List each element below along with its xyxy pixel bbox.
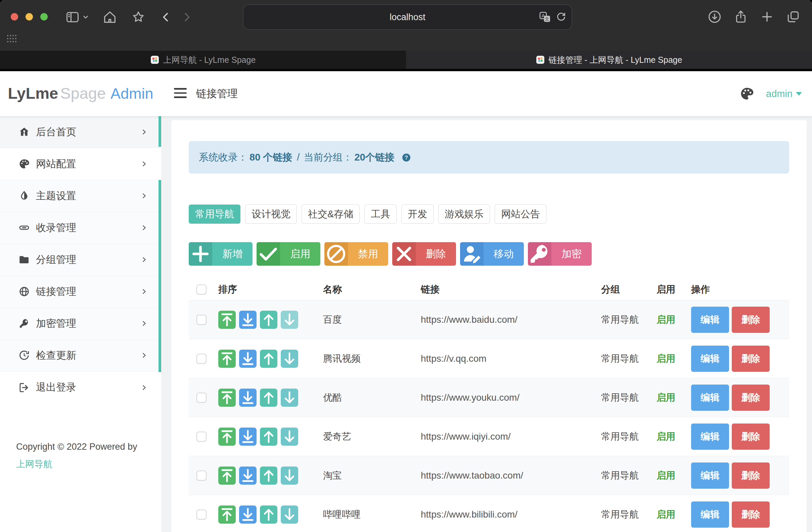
edit-button[interactable]: 编辑 — [691, 346, 729, 372]
row-checkbox[interactable] — [197, 509, 206, 520]
sort-down-icon[interactable] — [281, 311, 298, 329]
category-tab[interactable]: 社交&存储 — [302, 204, 360, 224]
sort-top-icon[interactable] — [218, 466, 236, 485]
sidebar-item[interactable]: 加密管理 — [0, 308, 161, 340]
sidebar-item[interactable]: 链接管理 — [0, 276, 161, 308]
bulk-action-button[interactable]: 加密 — [528, 242, 592, 266]
delete-button[interactable]: 删除 — [732, 346, 770, 372]
sidebar-toggle-icon[interactable] — [65, 10, 80, 25]
sort-top-icon[interactable] — [218, 505, 236, 523]
row-checkbox[interactable] — [197, 432, 206, 442]
reload-icon[interactable] — [555, 11, 567, 23]
sidebar-item[interactable]: 主题设置 — [0, 180, 161, 212]
delete-button[interactable]: 删除 — [732, 385, 770, 411]
delete-button[interactable]: 删除 — [732, 462, 770, 489]
minimize-button[interactable] — [26, 13, 33, 20]
plus-toolbar-icon[interactable] — [759, 10, 774, 24]
user-menu[interactable]: admin — [766, 71, 802, 116]
sidebar-item[interactable]: 退出登录 — [0, 372, 161, 403]
edit-button[interactable]: 编辑 — [691, 501, 729, 528]
sidebar-item[interactable]: 分组管理 — [0, 244, 161, 276]
row-checkbox[interactable] — [197, 354, 206, 364]
sort-top-icon[interactable] — [218, 311, 236, 329]
sidebar-item[interactable]: 收录管理 — [0, 212, 161, 244]
star-icon[interactable] — [131, 10, 146, 25]
delete-button[interactable]: 删除 — [732, 423, 770, 450]
menu-toggle-button[interactable] — [174, 88, 187, 98]
sort-down-icon[interactable] — [281, 466, 298, 485]
edit-button[interactable]: 编辑 — [691, 423, 729, 450]
sort-top-icon[interactable] — [218, 389, 236, 407]
category-tabs: 常用导航 设计视觉 社交&存储 工具 开发 游戏娱乐 网站公告 — [189, 204, 789, 224]
tabs-icon[interactable] — [786, 10, 801, 24]
bulk-action-button[interactable]: 启用 — [257, 242, 320, 266]
sort-up-icon[interactable] — [260, 428, 277, 446]
sort-up-icon[interactable] — [260, 505, 277, 523]
grid-dots-icon[interactable] — [6, 34, 17, 44]
share-icon[interactable] — [734, 10, 748, 24]
row-checkbox[interactable] — [197, 471, 206, 480]
tab-link-management[interactable]: 链接管理 - 上网导航 - LyLme Spage — [406, 51, 812, 69]
sort-bottom-icon[interactable] — [239, 505, 257, 523]
plus-icon — [189, 242, 212, 266]
help-icon[interactable]: ? — [401, 153, 411, 162]
delete-button[interactable]: 删除 — [732, 501, 770, 528]
tab-bar: 上网导航 - LyLme Spage 链接管理 - 上网导航 - LyLme S… — [0, 51, 812, 69]
chevron-down-icon[interactable] — [81, 13, 90, 21]
edit-button[interactable]: 编辑 — [691, 462, 729, 489]
sort-bottom-icon[interactable] — [239, 350, 257, 368]
bulk-action-button[interactable]: 新增 — [189, 242, 252, 266]
row-checkbox[interactable] — [197, 393, 206, 403]
update-icon — [18, 350, 30, 361]
category-tab[interactable]: 游戏娱乐 — [438, 204, 490, 224]
category-tab[interactable]: 常用导航 — [189, 204, 241, 224]
bulk-action-button[interactable]: 移动 — [460, 242, 524, 266]
table-row: 爱奇艺 https://www.iqiyi.com/ 常用导航 启用 编辑 删除 — [189, 417, 789, 456]
sort-top-icon[interactable] — [218, 350, 236, 368]
sort-bottom-icon[interactable] — [239, 428, 257, 446]
sort-controls — [218, 311, 319, 329]
category-tab[interactable]: 开发 — [401, 204, 434, 224]
sort-top-icon[interactable] — [218, 428, 236, 446]
link-url: https://www.taobao.com/ — [417, 470, 597, 481]
edit-button[interactable]: 编辑 — [691, 307, 729, 333]
select-all-checkbox[interactable] — [197, 285, 206, 294]
back-icon[interactable] — [159, 11, 173, 24]
sort-down-icon[interactable] — [281, 428, 298, 446]
sort-down-icon[interactable] — [281, 389, 298, 407]
sort-up-icon[interactable] — [260, 466, 277, 485]
sidebar-item[interactable]: 网站配置 — [0, 148, 161, 180]
close-button[interactable] — [11, 13, 18, 20]
zoom-button[interactable] — [40, 13, 48, 20]
sort-bottom-icon[interactable] — [239, 466, 257, 485]
download-icon[interactable] — [707, 10, 722, 24]
forward-icon[interactable] — [180, 11, 193, 24]
sort-bottom-icon[interactable] — [239, 311, 257, 329]
link-name: 爱奇艺 — [319, 430, 417, 443]
category-tab[interactable]: 工具 — [364, 204, 396, 224]
sort-up-icon[interactable] — [260, 350, 277, 368]
edit-button[interactable]: 编辑 — [691, 385, 729, 411]
home-outline-icon[interactable] — [102, 10, 117, 25]
sort-down-icon[interactable] — [281, 505, 298, 523]
tab-home[interactable]: 上网导航 - LyLme Spage — [0, 51, 406, 69]
sort-up-icon[interactable] — [260, 311, 277, 329]
bulk-action-button[interactable]: 删除 — [392, 242, 456, 266]
translate-icon[interactable]: A文 — [539, 11, 551, 24]
sort-down-icon[interactable] — [281, 350, 298, 368]
bulk-action-button[interactable]: 禁用 — [324, 242, 388, 266]
row-checkbox[interactable] — [197, 315, 206, 325]
sidebar-item[interactable]: 检查更新 — [0, 340, 161, 372]
palette-dark-icon[interactable] — [739, 86, 754, 101]
address-bar[interactable]: localhost A文 — [243, 4, 572, 30]
category-tab[interactable]: 设计视觉 — [245, 204, 297, 224]
category-tab[interactable]: 网站公告 — [495, 204, 546, 224]
url-text: localhost — [390, 12, 425, 23]
delete-button[interactable]: 删除 — [732, 307, 770, 333]
sort-bottom-icon[interactable] — [239, 389, 257, 407]
user-edit-icon — [460, 242, 483, 266]
row-actions: 编辑 删除 — [687, 462, 783, 489]
sidebar-item[interactable]: 后台首页 — [0, 116, 161, 148]
sort-up-icon[interactable] — [260, 389, 277, 407]
copyright-link[interactable]: 上网导航 — [16, 456, 137, 473]
